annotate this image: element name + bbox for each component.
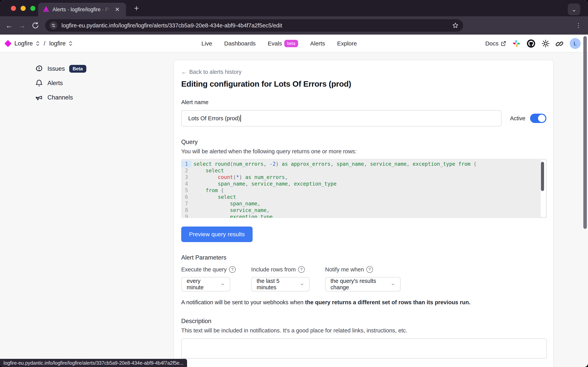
query-subtext: You will be alerted when the following q… xyxy=(181,148,546,155)
notify-when-select[interactable]: the query's results change xyxy=(325,277,401,292)
nav-item-evals[interactable]: Evalsbeta xyxy=(268,40,298,47)
help-icon[interactable]: ? xyxy=(298,266,305,273)
description-heading: Description xyxy=(181,318,546,325)
bell-icon xyxy=(35,79,43,87)
code-line[interactable]: 7 span_name, xyxy=(181,200,546,207)
browser-toolbar: ← → logfire-eu.pydantic.info/logfire/log… xyxy=(0,16,588,34)
sidebar-item-channels[interactable]: Channels xyxy=(35,91,136,104)
description-textarea[interactable] xyxy=(181,338,547,359)
help-icon[interactable]: ? xyxy=(366,266,373,273)
active-label: Active xyxy=(510,115,525,122)
user-avatar[interactable]: L xyxy=(570,38,581,49)
sidebar: Issues Beta Alerts Channels xyxy=(35,63,136,106)
code-scrollbar-track[interactable] xyxy=(541,160,546,217)
sidebar-item-alerts[interactable]: Alerts xyxy=(35,77,136,89)
org-switcher[interactable]: Logfire xyxy=(14,40,33,47)
line-number: 2 xyxy=(181,167,192,174)
evals-beta-badge: beta xyxy=(284,40,298,47)
line-number: 3 xyxy=(181,174,192,181)
preview-query-button[interactable]: Preview query results xyxy=(181,226,253,242)
zoom-window-button[interactable] xyxy=(30,6,35,11)
breadcrumb-separator: / xyxy=(44,40,45,47)
theme-sun-icon[interactable] xyxy=(541,39,550,48)
back-arrow-icon: ← xyxy=(181,69,187,75)
include-rows-select[interactable]: the last 5 minutes xyxy=(251,277,310,292)
app-navbar: Logfire / logfire Live Dashboards Evalsb… xyxy=(0,34,588,52)
line-number: 6 xyxy=(181,194,192,200)
alert-edit-card: ← Back to alerts history Editing configu… xyxy=(173,60,554,367)
code-line[interactable]: 6 select xyxy=(181,194,546,200)
code-line[interactable]: 9 exception_type xyxy=(181,214,546,218)
tab-title: Alerts · logfire/logfire · Pydant xyxy=(52,7,110,13)
window-controls[interactable] xyxy=(11,6,35,11)
new-tab-button[interactable]: + xyxy=(131,4,142,14)
query-heading: Query xyxy=(181,139,546,146)
notification-note: A notification will be sent to your webh… xyxy=(181,299,546,306)
sidebar-item-label: Channels xyxy=(47,94,73,101)
sidebar-item-label: Alerts xyxy=(47,80,63,87)
forward-button[interactable]: → xyxy=(18,21,26,30)
code-line[interactable]: 5 from ( xyxy=(181,187,546,194)
code-scrollbar-thumb[interactable] xyxy=(541,162,544,191)
project-switcher[interactable]: logfire xyxy=(49,40,66,47)
slack-icon[interactable] xyxy=(512,39,521,48)
description-hint: This text will be included in notificati… xyxy=(181,327,546,334)
nav-actions: Docs L xyxy=(485,34,581,52)
tab-close-icon[interactable]: ✕ xyxy=(113,6,121,13)
sidebar-item-issues[interactable]: Issues Beta xyxy=(35,63,136,75)
tab-search-button[interactable]: ⌄ xyxy=(568,3,580,15)
text-caret xyxy=(240,115,241,122)
share-link-icon[interactable] xyxy=(556,39,564,48)
param-execute: Execute the query? every minute xyxy=(181,266,236,292)
alert-name-input[interactable]: Lots Of Errors (prod) xyxy=(181,110,502,126)
execute-query-select[interactable]: every minute xyxy=(181,277,230,292)
alert-parameters-row: Execute the query? every minute Include … xyxy=(181,266,546,292)
code-line[interactable]: 8 service_name, xyxy=(181,207,546,214)
status-bar-url: logfire-eu.pydantic.info/logfire/logfire… xyxy=(0,359,187,367)
code-line[interactable]: 1select round(num_errors, -2) as approx_… xyxy=(181,161,546,167)
browser-tab[interactable]: Alerts · logfire/logfire · Pydant ✕ xyxy=(38,3,126,16)
chevron-down-icon xyxy=(300,282,304,287)
line-number: 5 xyxy=(181,187,192,194)
project-chevrons-icon xyxy=(68,41,73,46)
param-include-rows: Include rows from? the last 5 minutes xyxy=(251,266,310,292)
line-number: 9 xyxy=(181,214,192,218)
active-toggle[interactable] xyxy=(530,114,546,123)
nav-item-alerts[interactable]: Alerts xyxy=(310,40,325,47)
browser-menu-icon[interactable]: ⋮ xyxy=(576,24,581,27)
github-icon[interactable] xyxy=(527,39,536,48)
logfire-favicon-icon xyxy=(43,6,49,13)
nav-item-dashboards[interactable]: Dashboards xyxy=(224,40,256,47)
close-window-button[interactable] xyxy=(11,6,16,11)
nav-item-live[interactable]: Live xyxy=(201,40,212,47)
query-code-editor[interactable]: 1select round(num_errors, -2) as approx_… xyxy=(181,159,547,218)
external-link-icon xyxy=(501,41,506,46)
docs-link[interactable]: Docs xyxy=(485,40,506,47)
back-button[interactable]: ← xyxy=(5,21,13,30)
sidebar-item-label: Issues xyxy=(47,65,65,72)
issues-beta-badge: Beta xyxy=(69,65,86,73)
megaphone-icon xyxy=(35,93,43,102)
reload-button[interactable] xyxy=(32,22,39,29)
bookmark-star-icon[interactable] xyxy=(452,22,459,29)
page-scrollbar[interactable] xyxy=(583,36,587,229)
chevron-down-icon xyxy=(391,282,395,287)
alert-name-label: Alert name xyxy=(181,99,546,106)
chevron-down-icon xyxy=(221,282,225,287)
back-to-alerts-link[interactable]: ← Back to alerts history xyxy=(181,69,546,75)
param-notify: Notify me when? the query's results chan… xyxy=(325,266,401,292)
url-bar[interactable]: logfire-eu.pydantic.info/logfire/logfire… xyxy=(45,19,463,32)
code-line[interactable]: 3 count(*) as num_errors, xyxy=(181,174,546,181)
line-number: 7 xyxy=(181,200,192,207)
nav-item-explore[interactable]: Explore xyxy=(337,40,357,47)
url-text[interactable]: logfire-eu.pydantic.info/logfire/logfire… xyxy=(61,22,450,29)
code-line[interactable]: 4 span_name, service_name, exception_typ… xyxy=(181,181,546,187)
logfire-logo-icon xyxy=(4,40,12,47)
nav-links: Live Dashboards Evalsbeta Alerts Explore xyxy=(201,34,357,52)
browser-window: Alerts · logfire/logfire · Pydant ✕ + ⌄ … xyxy=(0,0,588,367)
code-line[interactable]: 2 select xyxy=(181,167,546,174)
minimize-window-button[interactable] xyxy=(21,6,26,11)
site-settings-icon[interactable] xyxy=(49,21,58,30)
help-icon[interactable]: ? xyxy=(229,266,236,273)
line-number: 1 xyxy=(181,161,192,167)
